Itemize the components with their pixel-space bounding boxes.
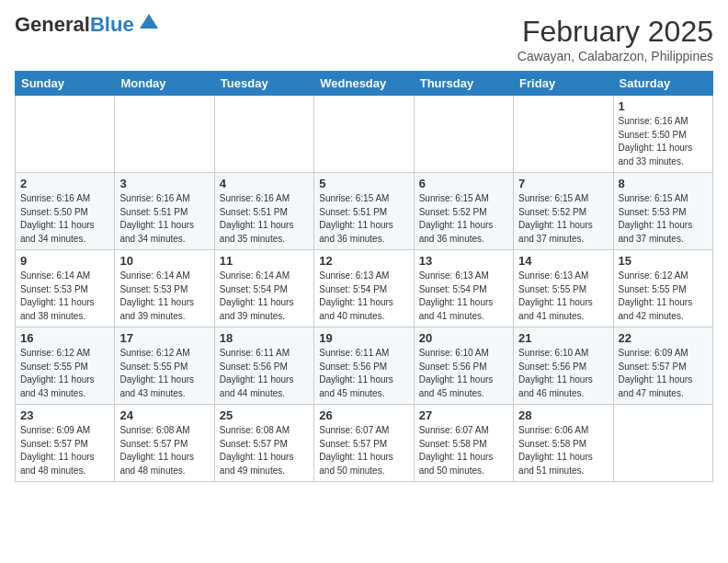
calendar-cell: 25Sunrise: 6:08 AM Sunset: 5:57 PM Dayli… (214, 405, 313, 482)
calendar-week-row: 16Sunrise: 6:12 AM Sunset: 5:55 PM Dayli… (16, 327, 713, 405)
calendar-cell (613, 405, 712, 482)
day-info: Sunrise: 6:16 AM Sunset: 5:51 PM Dayligh… (119, 192, 209, 246)
day-number: 28 (518, 408, 608, 422)
day-info: Sunrise: 6:07 AM Sunset: 5:58 PM Dayligh… (419, 424, 508, 477)
day-number: 20 (419, 331, 508, 345)
day-info: Sunrise: 6:11 AM Sunset: 5:56 PM Dayligh… (319, 347, 408, 400)
day-info: Sunrise: 6:14 AM Sunset: 5:53 PM Dayligh… (20, 270, 109, 323)
day-info: Sunrise: 6:13 AM Sunset: 5:55 PM Dayligh… (518, 270, 608, 323)
day-number: 14 (518, 254, 608, 268)
calendar-cell: 1Sunrise: 6:16 AM Sunset: 5:50 PM Daylig… (613, 96, 712, 173)
day-info: Sunrise: 6:15 AM Sunset: 5:53 PM Dayligh… (619, 192, 708, 246)
calendar-week-row: 23Sunrise: 6:09 AM Sunset: 5:57 PM Dayli… (16, 405, 713, 482)
day-number: 18 (220, 331, 309, 345)
day-info: Sunrise: 6:06 AM Sunset: 5:58 PM Dayligh… (518, 424, 608, 477)
calendar-cell: 6Sunrise: 6:15 AM Sunset: 5:52 PM Daylig… (414, 173, 513, 250)
calendar-day-header: Wednesday (314, 72, 414, 96)
day-number: 16 (20, 331, 109, 345)
month-year: February 2025 (518, 15, 713, 49)
day-number: 1 (619, 99, 708, 113)
calendar-cell: 22Sunrise: 6:09 AM Sunset: 5:57 PM Dayli… (613, 327, 712, 405)
calendar-cell: 21Sunrise: 6:10 AM Sunset: 5:56 PM Dayli… (514, 327, 613, 405)
calendar-day-header: Tuesday (214, 72, 313, 96)
day-info: Sunrise: 6:08 AM Sunset: 5:57 PM Dayligh… (220, 424, 309, 477)
calendar-cell: 20Sunrise: 6:10 AM Sunset: 5:56 PM Dayli… (414, 327, 513, 405)
calendar-cell: 12Sunrise: 6:13 AM Sunset: 5:54 PM Dayli… (314, 250, 414, 327)
day-number: 12 (319, 254, 408, 268)
calendar-cell: 17Sunrise: 6:12 AM Sunset: 5:55 PM Dayli… (115, 327, 214, 405)
calendar-day-header: Saturday (613, 72, 712, 96)
day-info: Sunrise: 6:15 AM Sunset: 5:52 PM Dayligh… (419, 192, 508, 246)
calendar-cell (414, 96, 513, 173)
calendar-cell (115, 96, 214, 173)
day-number: 15 (619, 254, 708, 268)
calendar-day-header: Sunday (16, 72, 115, 96)
calendar-cell: 2Sunrise: 6:16 AM Sunset: 5:50 PM Daylig… (16, 173, 115, 250)
day-number: 22 (619, 331, 708, 345)
day-info: Sunrise: 6:13 AM Sunset: 5:54 PM Dayligh… (419, 270, 508, 323)
calendar-day-header: Monday (115, 72, 214, 96)
day-info: Sunrise: 6:13 AM Sunset: 5:54 PM Dayligh… (319, 270, 408, 323)
day-info: Sunrise: 6:07 AM Sunset: 5:57 PM Dayligh… (319, 424, 408, 477)
calendar-cell: 16Sunrise: 6:12 AM Sunset: 5:55 PM Dayli… (16, 327, 115, 405)
day-info: Sunrise: 6:12 AM Sunset: 5:55 PM Dayligh… (20, 347, 109, 400)
logo: GeneralBlue (15, 15, 162, 35)
calendar-day-header: Thursday (414, 72, 513, 96)
logo-icon (136, 12, 162, 30)
calendar-cell: 28Sunrise: 6:06 AM Sunset: 5:58 PM Dayli… (514, 405, 613, 482)
calendar-cell: 18Sunrise: 6:11 AM Sunset: 5:56 PM Dayli… (214, 327, 313, 405)
day-info: Sunrise: 6:12 AM Sunset: 5:55 PM Dayligh… (119, 347, 209, 400)
day-number: 19 (319, 331, 408, 345)
day-number: 23 (20, 408, 109, 422)
day-number: 17 (119, 331, 209, 345)
day-number: 5 (319, 177, 408, 190)
day-info: Sunrise: 6:09 AM Sunset: 5:57 PM Dayligh… (619, 347, 708, 400)
calendar-header-row: SundayMondayTuesdayWednesdayThursdayFrid… (16, 72, 713, 96)
calendar-cell: 27Sunrise: 6:07 AM Sunset: 5:58 PM Dayli… (414, 405, 513, 482)
logo-general: General (15, 13, 90, 36)
calendar-cell: 3Sunrise: 6:16 AM Sunset: 5:51 PM Daylig… (115, 173, 214, 250)
day-info: Sunrise: 6:10 AM Sunset: 5:56 PM Dayligh… (419, 347, 508, 400)
day-number: 13 (419, 254, 508, 268)
page-header: GeneralBlue February 2025 Cawayan, Calab… (15, 15, 713, 63)
day-info: Sunrise: 6:14 AM Sunset: 5:54 PM Dayligh… (220, 270, 309, 323)
calendar-cell: 23Sunrise: 6:09 AM Sunset: 5:57 PM Dayli… (16, 405, 115, 482)
calendar-cell: 14Sunrise: 6:13 AM Sunset: 5:55 PM Dayli… (514, 250, 613, 327)
calendar-cell: 8Sunrise: 6:15 AM Sunset: 5:53 PM Daylig… (613, 173, 712, 250)
day-info: Sunrise: 6:12 AM Sunset: 5:55 PM Dayligh… (619, 270, 708, 323)
day-number: 26 (319, 408, 408, 422)
logo-blue: Blue (90, 13, 134, 36)
day-number: 11 (220, 254, 309, 268)
calendar-cell: 24Sunrise: 6:08 AM Sunset: 5:57 PM Dayli… (115, 405, 214, 482)
day-number: 10 (119, 254, 209, 268)
calendar-cell: 19Sunrise: 6:11 AM Sunset: 5:56 PM Dayli… (314, 327, 414, 405)
calendar-week-row: 2Sunrise: 6:16 AM Sunset: 5:50 PM Daylig… (16, 173, 713, 250)
day-number: 21 (518, 331, 608, 345)
calendar-table: SundayMondayTuesdayWednesdayThursdayFrid… (15, 71, 713, 482)
calendar-cell: 4Sunrise: 6:16 AM Sunset: 5:51 PM Daylig… (214, 173, 313, 250)
calendar-week-row: 1Sunrise: 6:16 AM Sunset: 5:50 PM Daylig… (16, 96, 713, 173)
day-info: Sunrise: 6:14 AM Sunset: 5:53 PM Dayligh… (119, 270, 209, 323)
day-info: Sunrise: 6:16 AM Sunset: 5:51 PM Dayligh… (220, 192, 309, 246)
calendar-day-header: Friday (514, 72, 613, 96)
day-info: Sunrise: 6:15 AM Sunset: 5:52 PM Dayligh… (518, 192, 608, 246)
title-block: February 2025 Cawayan, Calabarzon, Phili… (518, 15, 713, 63)
day-number: 6 (419, 177, 508, 190)
calendar-cell (314, 96, 414, 173)
day-number: 3 (119, 177, 209, 190)
day-number: 27 (419, 408, 508, 422)
calendar-cell: 5Sunrise: 6:15 AM Sunset: 5:51 PM Daylig… (314, 173, 414, 250)
calendar-week-row: 9Sunrise: 6:14 AM Sunset: 5:53 PM Daylig… (16, 250, 713, 327)
calendar-cell: 11Sunrise: 6:14 AM Sunset: 5:54 PM Dayli… (214, 250, 313, 327)
calendar-cell (214, 96, 313, 173)
calendar-cell: 15Sunrise: 6:12 AM Sunset: 5:55 PM Dayli… (613, 250, 712, 327)
calendar-cell (514, 96, 613, 173)
day-info: Sunrise: 6:15 AM Sunset: 5:51 PM Dayligh… (319, 192, 408, 246)
day-info: Sunrise: 6:09 AM Sunset: 5:57 PM Dayligh… (20, 424, 109, 477)
day-number: 9 (20, 254, 109, 268)
day-number: 7 (518, 177, 608, 190)
day-info: Sunrise: 6:10 AM Sunset: 5:56 PM Dayligh… (518, 347, 608, 400)
calendar-cell: 26Sunrise: 6:07 AM Sunset: 5:57 PM Dayli… (314, 405, 414, 482)
calendar-cell: 13Sunrise: 6:13 AM Sunset: 5:54 PM Dayli… (414, 250, 513, 327)
day-number: 25 (220, 408, 309, 422)
